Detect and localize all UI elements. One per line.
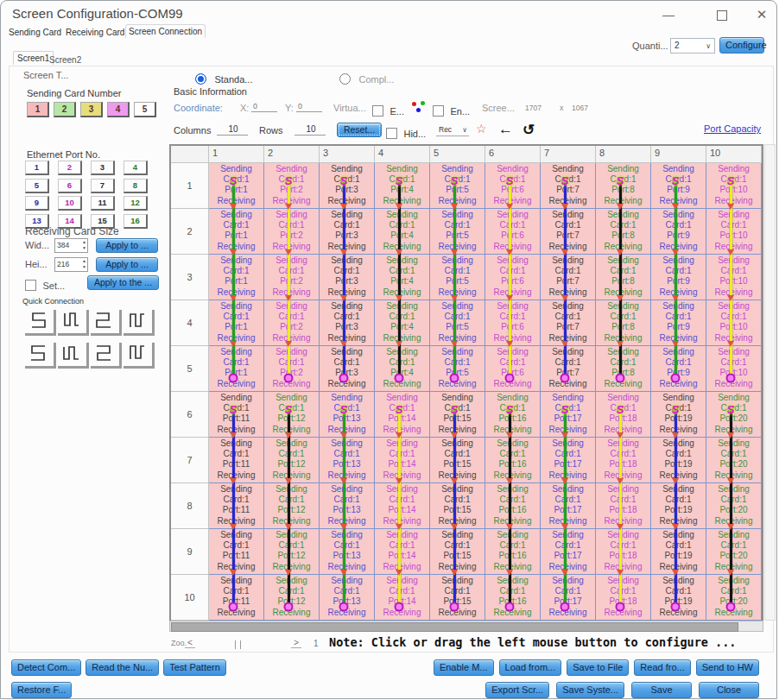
grid-cell-row9-port12[interactable]: SendingCard:1Port:12Receiving: [264, 529, 320, 575]
grid-cell-row7-port20[interactable]: SendingCard:1Port:20Receiving: [706, 438, 762, 483]
grid-cell-row8-port17[interactable]: SendingCard:1Port:17Receiving: [541, 483, 596, 529]
grid-cell-row3-port4[interactable]: SendingCard:1Port:4Receiving: [375, 255, 430, 300]
grid-cell-row3-port2[interactable]: SendingCard:1Port:2Receiving: [264, 255, 320, 300]
grid-cell-row8-port11[interactable]: SendingCard:1Port:11Receiving: [209, 483, 264, 529]
quick-connection-pattern-3-icon[interactable]: [91, 310, 122, 336]
grid-cell-row5-port1[interactable]: SendingCard:1Port:1Receiving: [209, 346, 264, 392]
grid-cell-row4-port6[interactable]: SendingCard:1Port:6Receiving: [485, 300, 541, 346]
grid-cell-row6-port11[interactable]: SendingCard:1Port:11Receiving: [209, 392, 264, 438]
quantity-select[interactable]: 2 ∨: [670, 38, 715, 54]
grid-cell-row7-port13[interactable]: SendingCard:1Port:13Receiving: [320, 438, 375, 483]
tab-screen2[interactable]: Screen2: [46, 54, 85, 66]
save-button[interactable]: Save: [631, 682, 692, 698]
grid-cell-row1-port4[interactable]: SendingCard:1Port:4Receiving: [375, 163, 430, 209]
grid-cell-row6-port16[interactable]: SendingCard:1Port:16Receiving: [485, 392, 541, 438]
grid-cell-row6-port15[interactable]: SendingCard:1Port:15Receiving: [430, 392, 485, 438]
connection-grid[interactable]: 12345678910 1SendingCard:1Port:1Receivin…: [169, 144, 763, 622]
ethernet-port-8[interactable]: 8: [124, 179, 148, 193]
grid-cell-row6-port14[interactable]: SendingCard:1Port:14Receiving: [375, 392, 430, 438]
grid-cell-row7-port16[interactable]: SendingCard:1Port:16Receiving: [485, 438, 541, 483]
grid-cell-row1-port6[interactable]: SendingCard:1Port:6Receiving: [485, 163, 541, 209]
grid-cell-row4-port2[interactable]: SendingCard:1Port:2Receiving: [264, 300, 320, 346]
quick-connection-pattern-7-icon[interactable]: [91, 343, 122, 369]
grid-cell-row9-port15[interactable]: SendingCard:1Port:15Receiving: [430, 529, 485, 575]
zoom-decrease-button[interactable]: <: [185, 638, 195, 648]
ethernet-port-10[interactable]: 10: [58, 196, 82, 211]
grid-cell-row4-port9[interactable]: SendingCard:1Port:9Receiving: [651, 300, 706, 346]
enable-mapping-button[interactable]: Enable M...: [434, 659, 494, 676]
y-input[interactable]: [296, 102, 322, 112]
grid-cell-row5-port4[interactable]: SendingCard:1Port:4Receiving: [375, 346, 430, 392]
ethernet-port-11[interactable]: 11: [91, 196, 115, 211]
grid-cell-row4-port4[interactable]: SendingCard:1Port:4Receiving: [375, 300, 430, 346]
grid-cell-row5-port6[interactable]: SendingCard:1Port:6Receiving: [485, 346, 541, 392]
grid-cell-row5-port9[interactable]: SendingCard:1Port:9Receiving: [651, 346, 706, 392]
grid-cell-row6-port12[interactable]: SendingCard:1Port:12Receiving: [264, 392, 320, 438]
hide-checkbox-row[interactable]: Hid...: [386, 125, 426, 141]
grid-cell-row7-port17[interactable]: SendingCard:1Port:17Receiving: [541, 438, 596, 483]
ethernet-port-12[interactable]: 12: [124, 196, 148, 211]
grid-cell-row8-port19[interactable]: SendingCard:1Port:19Receiving: [651, 483, 706, 529]
grid-cell-row5-port10[interactable]: SendingCard:1Port:10Receiving: [706, 346, 762, 392]
grid-cell-row8-port13[interactable]: SendingCard:1Port:13Receiving: [320, 483, 375, 529]
sending-card-5[interactable]: 5: [134, 102, 156, 117]
grid-cell-row3-port1[interactable]: SendingCard:1Port:1Receiving: [209, 255, 264, 300]
quick-connection-pattern-1-icon[interactable]: [25, 310, 56, 336]
grid-cell-row6-port20[interactable]: SendingCard:1Port:20Receiving: [706, 392, 762, 438]
spinner-arrows-icon[interactable]: ▲▼: [82, 258, 86, 270]
grid-cell-row9-port17[interactable]: SendingCard:1Port:17Receiving: [541, 529, 596, 575]
grid-cell-row7-port11[interactable]: SendingCard:1Port:11Receiving: [209, 438, 264, 483]
columns-input[interactable]: [217, 124, 248, 136]
grid-cell-row10-port11[interactable]: SendingCard:1Port:11Receiving: [209, 575, 264, 621]
undo-icon[interactable]: ↺: [522, 121, 535, 139]
grid-cell-row8-port15[interactable]: SendingCard:1Port:15Receiving: [430, 483, 485, 529]
grid-cell-row3-port10[interactable]: SendingCard:1Port:10Receiving: [706, 255, 762, 300]
grid-cell-row1-port10[interactable]: SendingCard:1Port:10Receiving: [706, 163, 762, 209]
grid-cell-row9-port11[interactable]: SendingCard:1Port:11Receiving: [209, 529, 264, 575]
sending-card-4[interactable]: 4: [107, 102, 130, 117]
grid-cell-row5-port7[interactable]: SendingCard:1Port:7Receiving: [541, 346, 596, 392]
quick-connection-pattern-6-icon[interactable]: [58, 343, 89, 369]
configure-button[interactable]: Configure: [719, 37, 764, 54]
sending-card-2[interactable]: 2: [54, 102, 76, 117]
apply-to-entire-button[interactable]: Apply to the ...: [87, 275, 159, 290]
grid-cell-row1-port1[interactable]: SendingCard:1Port:1Receiving: [209, 163, 264, 209]
grid-cell-row9-port16[interactable]: SendingCard:1Port:16Receiving: [485, 529, 541, 575]
en-checkbox-row[interactable]: En...: [433, 103, 470, 118]
grid-cell-row1-port2[interactable]: SendingCard:1Port:2Receiving: [264, 163, 320, 209]
grid-cell-row9-port20[interactable]: SendingCard:1Port:20Receiving: [706, 529, 762, 575]
height-spinner[interactable]: 216 ▲▼: [54, 257, 88, 272]
grid-cell-row6-port13[interactable]: SendingCard:1Port:13Receiving: [320, 392, 375, 438]
grid-cell-row5-port2[interactable]: SendingCard:1Port:2Receiving: [264, 346, 320, 392]
quick-connection-pattern-2-icon[interactable]: [58, 310, 89, 336]
grid-cell-row10-port12[interactable]: SendingCard:1Port:12Receiving: [264, 575, 320, 621]
tab-sending-card[interactable]: Sending Card: [6, 26, 64, 39]
grid-cell-row8-port12[interactable]: SendingCard:1Port:12Receiving: [264, 483, 320, 529]
grid-cell-row10-port13[interactable]: SendingCard:1Port:13Receiving: [320, 575, 375, 621]
e-checkbox[interactable]: [372, 105, 383, 117]
back-arrow-icon[interactable]: ←: [498, 121, 513, 138]
grid-cell-row1-port5[interactable]: SendingCard:1Port:5Receiving: [430, 163, 485, 209]
read-number-button[interactable]: Read the Nu...: [86, 659, 159, 676]
ethernet-port-1[interactable]: 1: [25, 161, 49, 175]
grid-cell-row10-port18[interactable]: SendingCard:1Port:18Receiving: [596, 575, 651, 621]
zoom-increase-button[interactable]: >: [291, 638, 301, 648]
grid-cell-row10-port15[interactable]: SendingCard:1Port:15Receiving: [430, 575, 485, 621]
grid-cell-row7-port14[interactable]: SendingCard:1Port:14Receiving: [375, 438, 430, 483]
grid-cell-row8-port18[interactable]: SendingCard:1Port:18Receiving: [596, 483, 651, 529]
grid-cell-row3-port6[interactable]: SendingCard:1Port:6Receiving: [485, 255, 541, 300]
tab-screen-connection[interactable]: Screen Connection: [125, 24, 206, 38]
grid-cell-row3-port9[interactable]: SendingCard:1Port:9Receiving: [651, 255, 706, 300]
sending-card-1[interactable]: 1: [27, 102, 49, 117]
minimize-button[interactable]: —: [656, 5, 681, 24]
grid-cell-row1-port3[interactable]: SendingCard:1Port:3Receiving: [320, 163, 375, 209]
quick-connection-pattern-4-icon[interactable]: [124, 310, 155, 336]
grid-cell-row5-port8[interactable]: SendingCard:1Port:8Receiving: [596, 346, 651, 392]
grid-cell-row6-port19[interactable]: SendingCard:1Port:19Receiving: [651, 392, 706, 438]
grid-cell-row1-port7[interactable]: SendingCard:1Port:7Receiving: [541, 163, 596, 209]
grid-cell-row10-port14[interactable]: SendingCard:1Port:14Receiving: [375, 575, 430, 621]
grid-cell-row7-port18[interactable]: SendingCard:1Port:18Receiving: [596, 438, 651, 483]
zoom-slider-thumb[interactable]: [235, 640, 241, 649]
ethernet-port-6[interactable]: 6: [58, 179, 82, 193]
grid-cell-row2-port1[interactable]: SendingCard:1Port:1Receiving: [209, 209, 264, 255]
